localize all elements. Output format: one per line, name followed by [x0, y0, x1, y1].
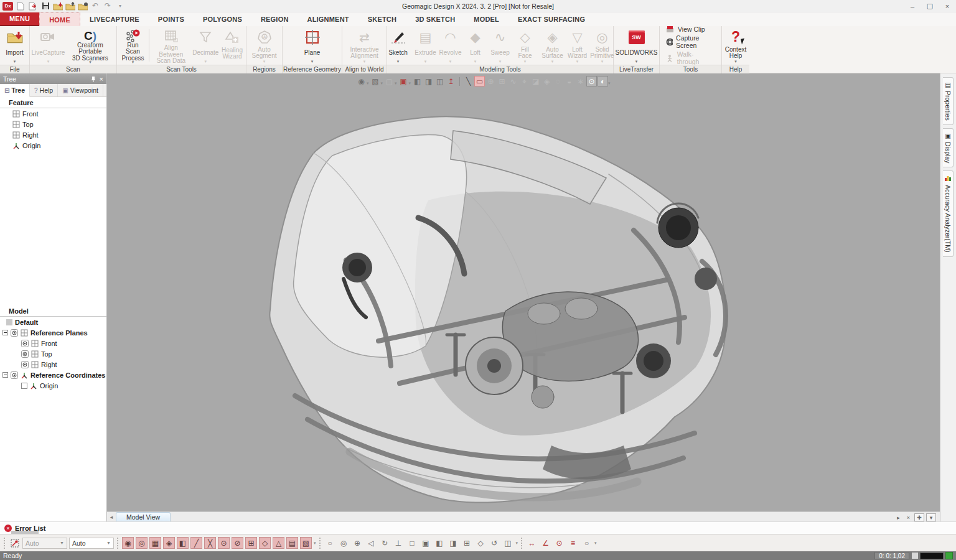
tab-model[interactable]: MODEL: [464, 12, 508, 26]
revolve-button[interactable]: ◠ Revolve ▾: [438, 27, 463, 64]
feature-item-top[interactable]: Top: [0, 119, 106, 129]
close-panel-icon[interactable]: ×: [100, 75, 103, 83]
zoom-area-icon[interactable]: ◎: [338, 537, 350, 549]
polygon-select-icon[interactable]: ⊞: [497, 76, 507, 86]
model-item-default[interactable]: Default: [0, 317, 106, 327]
decimate-button[interactable]: Decimate ▾: [192, 27, 220, 64]
loft-button[interactable]: ◆ Loft ▾: [463, 27, 488, 64]
selection-mode-icon[interactable]: [9, 537, 21, 549]
plane-button[interactable]: Plane ▾: [300, 27, 325, 64]
customize-quick-access-icon[interactable]: ▾: [115, 1, 125, 11]
right-view-icon[interactable]: ◨: [448, 537, 459, 549]
sketch-button[interactable]: Sketch ▾: [386, 27, 411, 64]
clip-box-icon[interactable]: ▣: [398, 76, 409, 86]
tab-sketch[interactable]: SKETCH: [358, 12, 406, 26]
tab-viewpoint[interactable]: ▣Viewpoint: [58, 84, 103, 96]
solid-primitive-button[interactable]: ◎ Solid Primitive ▾: [590, 27, 615, 64]
run-scan-process-button[interactable]: Run Scan Process ▾: [118, 27, 148, 64]
collapse-icon[interactable]: [2, 330, 8, 335]
model-view-tab[interactable]: Model View: [116, 512, 171, 521]
invert-select-icon[interactable]: ◒: [564, 76, 574, 86]
region-select-icon[interactable]: ◈: [541, 76, 552, 86]
point-cloud-visibility-icon[interactable]: ▦: [149, 537, 161, 549]
previous-view-icon[interactable]: ◁: [365, 537, 377, 549]
back-view-icon[interactable]: ▣: [420, 537, 432, 549]
ref-polyline-visibility-icon[interactable]: ◇: [259, 537, 271, 549]
error-list-bar[interactable]: × Error List: [0, 521, 956, 534]
normal-to-view-icon[interactable]: ⊥: [393, 537, 405, 549]
measure-distance-icon[interactable]: ↔: [526, 537, 538, 549]
tab-home[interactable]: HOME: [39, 12, 80, 26]
tab-properties[interactable]: ▤ Properties: [943, 77, 954, 125]
tab-polygons[interactable]: POLYGONS: [194, 12, 251, 26]
dropdown-arrow-icon[interactable]: ▾: [395, 81, 397, 86]
context-help-button[interactable]: ? Context Help ▾: [723, 27, 748, 64]
flip-horizontal-icon[interactable]: ◧: [412, 76, 423, 86]
copy-viewport-icon[interactable]: ◫: [502, 537, 514, 549]
region-visibility-icon[interactable]: ◈: [163, 537, 175, 549]
model-item-right[interactable]: Right: [0, 359, 106, 370]
circle-select-icon[interactable]: ⊕: [485, 76, 496, 86]
tab-display[interactable]: ▣ Display: [943, 128, 954, 167]
walk-view-icon[interactable]: ↺: [489, 537, 500, 549]
toolbar-grip[interactable]: [117, 538, 119, 549]
fill-face-button[interactable]: ◇ Fill Face ▾: [513, 27, 538, 64]
extrude-button[interactable]: ▤ Extrude ▾: [413, 27, 438, 64]
left-view-icon[interactable]: ◧: [434, 537, 446, 549]
tab-exact-surfacing[interactable]: EXACT SURFACING: [508, 12, 594, 26]
annotation-visibility-icon[interactable]: ▧: [300, 537, 312, 549]
mesh-visibility-icon[interactable]: ◎: [136, 537, 148, 549]
shaded-view-icon[interactable]: ◉: [356, 76, 367, 86]
measure-angle-icon[interactable]: ∠: [540, 537, 551, 549]
tab-region[interactable]: REGION: [251, 12, 298, 26]
tab-accuracy-analyzer[interactable]: Accuracy Analyzer(TM): [943, 170, 954, 257]
tab-scroll-right-icon[interactable]: ▸: [894, 513, 902, 521]
dropdown-arrow-icon[interactable]: ▾: [608, 81, 611, 86]
view-options-dropdown-icon[interactable]: ▾: [516, 541, 518, 546]
minimize-button[interactable]: –: [904, 0, 921, 12]
measure-dropdown-icon[interactable]: ▾: [594, 541, 597, 546]
tab-points[interactable]: POINTS: [149, 12, 194, 26]
open-document-icon[interactable]: [28, 1, 38, 11]
visibility-eye-icon[interactable]: [11, 371, 18, 379]
measure-section-icon[interactable]: ≡: [567, 537, 579, 549]
display-options-icon[interactable]: ◐: [598, 76, 608, 86]
measure-circle-icon[interactable]: ○: [581, 537, 593, 549]
body-visibility-icon[interactable]: ◉: [122, 537, 134, 549]
four-viewports-icon[interactable]: ⊞: [461, 537, 473, 549]
visibility-eye-icon[interactable]: [21, 361, 29, 368]
tab-3d-sketch[interactable]: 3D SKETCH: [406, 12, 464, 26]
measure-radius-icon[interactable]: ⊙: [553, 537, 565, 549]
toolbar-grip[interactable]: [521, 538, 523, 549]
box-view-icon[interactable]: ▧: [370, 76, 381, 86]
visibility-eye-icon[interactable]: [11, 329, 18, 337]
surface-visibility-icon[interactable]: ◧: [177, 537, 189, 549]
import-recent-icon[interactable]: [78, 1, 88, 11]
add-view-icon[interactable]: ✚: [914, 513, 924, 521]
flip-vertical-icon[interactable]: ◨: [423, 76, 434, 86]
tab-help[interactable]: ?Help: [30, 84, 58, 96]
align-between-scan-data-button[interactable]: Align Between Scan Data: [151, 27, 192, 64]
3d-viewport[interactable]: ◉▾ ▧▾ ▢▾ ▣▾ ◧ ◨ ◫ ↥ ╲ ▭ ⊕ ⊞ ∿ ⌖ ◪ ◈ ◌ ◒ …: [107, 73, 940, 511]
feature-item-origin[interactable]: Origin: [0, 140, 106, 151]
sweep-button[interactable]: ∿ Sweep ▾: [488, 27, 513, 64]
import-button[interactable]: Import ▾: [2, 27, 27, 64]
brush-select-icon[interactable]: ◪: [530, 76, 541, 86]
extrude-preview-icon[interactable]: ↥: [446, 76, 456, 86]
front-view-icon[interactable]: □: [406, 537, 418, 549]
model-item-reference-planes[interactable]: Reference Planes: [0, 327, 106, 338]
split-view-icon[interactable]: ◫: [434, 76, 445, 86]
rounded-box-view-icon[interactable]: ▢: [384, 76, 395, 86]
sketch-visibility-icon[interactable]: ╱: [190, 537, 202, 549]
new-document-icon[interactable]: [16, 1, 26, 11]
rectangle-select-icon[interactable]: ▭: [474, 76, 485, 86]
model-item-front[interactable]: Front: [0, 338, 106, 348]
zoom-fit-icon[interactable]: ○: [324, 537, 336, 549]
import-file-icon[interactable]: [53, 1, 63, 11]
dropdown-arrow-icon[interactable]: ▾: [409, 81, 411, 86]
tab-scroll-left-icon[interactable]: ◂: [107, 513, 116, 521]
interactive-alignment-button[interactable]: ⇄ Interactive Alignment ▾: [348, 27, 380, 64]
ref-coordinate-visibility-icon[interactable]: △: [273, 537, 284, 549]
line-select-icon[interactable]: ╲: [463, 76, 474, 86]
tab-tree[interactable]: ⊟Tree: [0, 84, 30, 97]
